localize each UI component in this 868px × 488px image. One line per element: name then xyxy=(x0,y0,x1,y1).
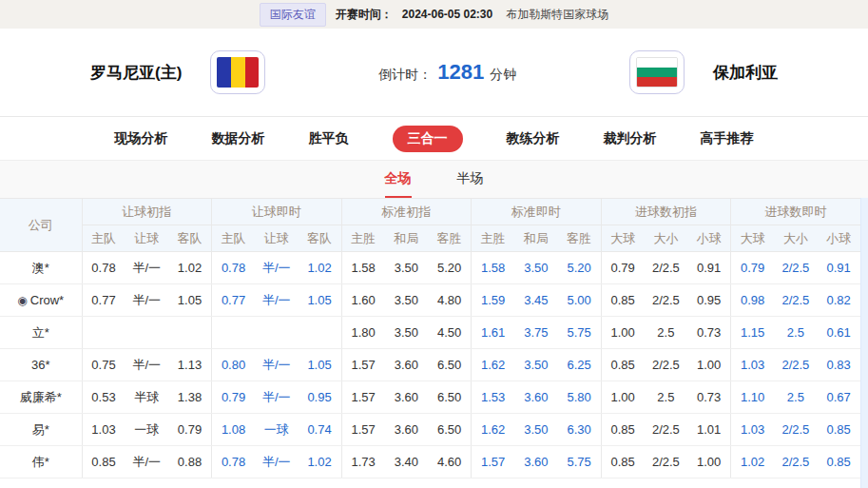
odds-cell[interactable]: 0.85 xyxy=(818,414,861,446)
odds-cell[interactable]: 5.75 xyxy=(558,317,602,349)
odds-cell[interactable]: 0.78 xyxy=(212,252,256,284)
odds-cell[interactable]: 0.61 xyxy=(818,317,861,349)
odds-cell[interactable]: 0.98 xyxy=(731,284,775,317)
odds-cell[interactable]: 半/一 xyxy=(255,381,299,414)
odds-cell[interactable]: 0.79 xyxy=(731,252,775,284)
odds-cell[interactable]: 5.00 xyxy=(558,284,602,317)
away-team-block: 保加利亚 xyxy=(629,50,778,94)
odds-cell[interactable]: 2/2.5 xyxy=(774,284,818,317)
odds-cell[interactable]: 0.79 xyxy=(212,381,256,414)
company-column-header: 公司 xyxy=(0,199,82,252)
odds-cell[interactable]: 0.77 xyxy=(212,284,256,317)
sub-tab-1-active[interactable]: 全场 xyxy=(385,161,412,198)
odds-cell[interactable]: 6.25 xyxy=(558,349,602,381)
odds-cell[interactable]: 3.45 xyxy=(514,284,558,317)
odds-cell[interactable]: 1.03 xyxy=(731,349,775,381)
nav-tab-1[interactable]: 现场分析 xyxy=(115,130,168,147)
odds-cell[interactable]: 半/一 xyxy=(255,446,299,478)
odds-cell: 1.00 xyxy=(601,317,645,349)
odds-cell[interactable]: 1.02 xyxy=(299,252,342,284)
odds-cell[interactable]: 1.05 xyxy=(299,284,342,317)
odds-cell[interactable]: 1.59 xyxy=(472,284,515,317)
odds-cell[interactable]: 1.02 xyxy=(731,446,775,478)
company-name[interactable]: 易* xyxy=(0,414,82,446)
company-name[interactable]: 伟* xyxy=(0,446,82,478)
odds-cell[interactable]: 1.02 xyxy=(299,446,342,478)
odds-cell: 3.50 xyxy=(385,317,429,349)
odds-cell[interactable]: 3.50 xyxy=(514,252,558,284)
away-team-flag-icon xyxy=(629,50,685,94)
period-sub-tabs: 全场半场 xyxy=(0,160,868,198)
odds-subcolumn-header: 大小 xyxy=(774,225,818,252)
odds-cell[interactable]: 一球 xyxy=(255,414,299,446)
nav-tab-7[interactable]: 高手推荐 xyxy=(701,130,754,147)
odds-cell: 1.03 xyxy=(82,414,125,446)
odds-cell[interactable]: 2.5 xyxy=(774,381,818,414)
odds-cell[interactable]: 0.80 xyxy=(212,349,256,381)
odds-cell[interactable]: 6.30 xyxy=(558,414,602,446)
odds-cell[interactable]: 0.83 xyxy=(818,349,861,381)
odds-cell[interactable]: 0.78 xyxy=(212,446,256,478)
odds-cell[interactable]: 0.82 xyxy=(818,284,861,317)
odds-subcolumn-header: 和局 xyxy=(514,225,558,252)
odds-subcolumn-header: 让球 xyxy=(255,225,299,252)
odds-row: 易*1.03一球0.791.08一球0.741.573.606.501.623.… xyxy=(0,414,860,446)
sub-tab-2[interactable]: 半场 xyxy=(457,161,484,198)
odds-cell: 0.75 xyxy=(82,349,125,381)
odds-cell: 半球 xyxy=(125,381,169,414)
odds-cell[interactable]: 1.61 xyxy=(472,317,515,349)
odds-cell[interactable]: 1.62 xyxy=(472,414,515,446)
odds-cell[interactable]: 1.57 xyxy=(472,446,515,478)
kickoff-label: 开赛时间： xyxy=(336,7,393,23)
odds-cell[interactable]: 1.03 xyxy=(731,414,775,446)
odds-cell[interactable]: 0.74 xyxy=(299,414,342,446)
company-name[interactable]: 立* xyxy=(0,317,82,349)
odds-cell[interactable]: 1.62 xyxy=(472,349,515,381)
odds-cell[interactable]: 3.75 xyxy=(514,317,558,349)
odds-cell[interactable]: 2.5 xyxy=(774,317,818,349)
odds-cell: 半/一 xyxy=(125,446,169,478)
odds-cell[interactable]: 3.60 xyxy=(514,446,558,478)
odds-cell[interactable]: 5.75 xyxy=(558,446,602,478)
odds-cell: 1.05 xyxy=(168,284,212,317)
odds-cell[interactable]: 1.10 xyxy=(731,381,775,414)
odds-cell[interactable]: 0.91 xyxy=(818,252,861,284)
company-name[interactable]: ◉Crow* xyxy=(0,284,82,317)
match-header: 罗马尼亚(主) 倒计时： 1281 分钟 保加利亚 xyxy=(0,29,868,116)
odds-cell[interactable]: 半/一 xyxy=(255,349,299,381)
odds-cell[interactable]: 2/2.5 xyxy=(774,414,818,446)
odds-row: 立*1.803.504.501.613.755.751.002.50.731.1… xyxy=(0,317,860,349)
odds-cell[interactable]: 3.50 xyxy=(514,414,558,446)
odds-cell[interactable]: 2/2.5 xyxy=(774,446,818,478)
nav-tab-2[interactable]: 数据分析 xyxy=(212,130,265,147)
odds-cell[interactable]: 半/一 xyxy=(255,284,299,317)
match-odds-page: 国际友谊 开赛时间： 2024-06-05 02:30 布加勒斯特国家球场 罗马… xyxy=(0,0,868,488)
odds-cell[interactable]: 1.05 xyxy=(299,349,342,381)
odds-cell[interactable]: 5.20 xyxy=(558,252,602,284)
odds-cell[interactable]: 1.58 xyxy=(472,252,515,284)
odds-cell[interactable]: 3.50 xyxy=(514,349,558,381)
company-name[interactable]: 威廉希* xyxy=(0,381,82,414)
odds-cell: 3.40 xyxy=(385,446,429,478)
nav-tab-5[interactable]: 教练分析 xyxy=(507,130,560,147)
company-name[interactable]: 澳* xyxy=(0,252,82,284)
league-badge[interactable]: 国际友谊 xyxy=(260,3,326,27)
nav-tab-6[interactable]: 裁判分析 xyxy=(604,130,657,147)
nav-tab-4-active[interactable]: 三合一 xyxy=(393,126,463,152)
odds-cell[interactable]: 1.53 xyxy=(472,381,515,414)
odds-subcolumn-header: 主胜 xyxy=(341,225,385,252)
odds-cell[interactable]: 1.15 xyxy=(731,317,775,349)
odds-cell[interactable]: 3.60 xyxy=(514,381,558,414)
odds-cell[interactable]: 1.08 xyxy=(212,414,256,446)
odds-cell[interactable]: 半/一 xyxy=(255,252,299,284)
odds-cell[interactable]: 0.85 xyxy=(818,446,861,478)
odds-cell xyxy=(168,317,212,349)
odds-cell[interactable]: 2/2.5 xyxy=(774,349,818,381)
company-name[interactable]: 36* xyxy=(0,349,82,381)
odds-cell: 0.91 xyxy=(687,252,731,284)
odds-cell[interactable]: 2/2.5 xyxy=(774,252,818,284)
odds-cell[interactable]: 0.67 xyxy=(818,381,861,414)
odds-cell[interactable]: 5.80 xyxy=(558,381,602,414)
odds-cell[interactable]: 0.95 xyxy=(299,381,342,414)
nav-tab-3[interactable]: 胜平负 xyxy=(309,130,349,147)
